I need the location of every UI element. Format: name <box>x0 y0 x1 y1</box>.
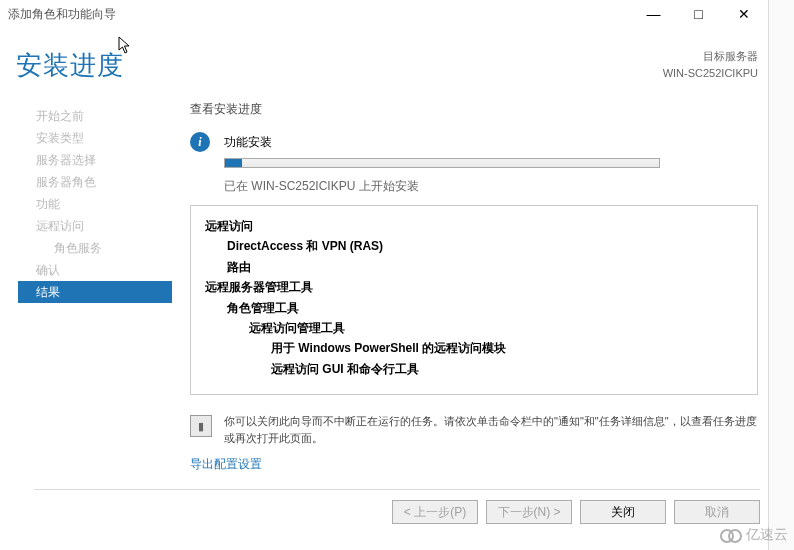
sidebar-item-role-services: 角色服务 <box>36 237 172 259</box>
flag-icon: ▮ <box>190 415 212 437</box>
target-name: WIN-SC252ICIKPU <box>663 65 758 82</box>
close-button[interactable]: ✕ <box>721 0 766 28</box>
main: 开始之前 安装类型 服务器选择 服务器角色 功能 远程访问 角色服务 确认 结果… <box>0 83 794 473</box>
sub-status: 已在 WIN-SC252ICIKPU 上开始安装 <box>224 178 758 195</box>
window-title: 添加角色和功能向导 <box>8 6 631 23</box>
details-box: 远程访问 DirectAccess 和 VPN (RAS) 路由 远程服务器管理… <box>190 205 758 395</box>
maximize-button[interactable]: □ <box>676 0 721 28</box>
detail-gui-cli-tools: 远程访问 GUI 和命令行工具 <box>271 362 419 376</box>
detail-remote-access-admin-tools: 远程访问管理工具 <box>249 321 345 335</box>
cancel-button: 取消 <box>674 500 760 524</box>
prev-button: < 上一步(P) <box>392 500 478 524</box>
sidebar-item-server-roles: 服务器角色 <box>36 171 172 193</box>
sidebar-item-features: 功能 <box>36 193 172 215</box>
detail-routing: 路由 <box>227 260 251 274</box>
close-wizard-button[interactable]: 关闭 <box>580 500 666 524</box>
note-text: 你可以关闭此向导而不中断正在运行的任务。请依次单击命令栏中的"通知"和"任务详细… <box>224 413 758 446</box>
progress-fill <box>225 159 242 167</box>
status-text: 功能安装 <box>224 134 272 151</box>
watermark-text: 亿速云 <box>746 526 788 544</box>
detail-role-admin-tools: 角色管理工具 <box>227 301 299 315</box>
sidebar-item-remote-access: 远程访问 <box>36 215 172 237</box>
view-label: 查看安装进度 <box>190 101 758 118</box>
content: 查看安装进度 i 功能安装 已在 WIN-SC252ICIKPU 上开始安装 远… <box>172 101 794 473</box>
progress-bar <box>224 158 660 168</box>
sidebar: 开始之前 安装类型 服务器选择 服务器角色 功能 远程访问 角色服务 确认 结果 <box>0 101 172 473</box>
detail-remote-access: 远程访问 <box>205 219 253 233</box>
note-row: ▮ 你可以关闭此向导而不中断正在运行的任务。请依次单击命令栏中的"通知"和"任务… <box>190 413 758 446</box>
window-controls: — □ ✕ <box>631 0 766 28</box>
detail-powershell-module: 用于 Windows PowerShell 的远程访问模块 <box>271 341 506 355</box>
page-title: 安装进度 <box>16 48 124 83</box>
sidebar-item-results: 结果 <box>18 281 172 303</box>
sidebar-item-before-start: 开始之前 <box>36 105 172 127</box>
info-icon: i <box>190 132 210 152</box>
header: 安装进度 目标服务器 WIN-SC252ICIKPU <box>0 28 794 83</box>
watermark-logo-icon <box>720 528 742 542</box>
sidebar-item-confirmation: 确认 <box>36 259 172 281</box>
titlebar: 添加角色和功能向导 — □ ✕ <box>0 0 794 28</box>
minimize-button[interactable]: — <box>631 0 676 28</box>
watermark: 亿速云 <box>720 526 788 544</box>
button-row: < 上一步(P) 下一步(N) > 关闭 取消 <box>0 490 794 524</box>
sidebar-item-server-select: 服务器选择 <box>36 149 172 171</box>
detail-remote-admin-tools: 远程服务器管理工具 <box>205 280 313 294</box>
detail-directaccess-vpn: DirectAccess 和 VPN (RAS) <box>227 239 383 253</box>
export-config-link[interactable]: 导出配置设置 <box>190 456 262 473</box>
target-info: 目标服务器 WIN-SC252ICIKPU <box>663 48 758 81</box>
next-button: 下一步(N) > <box>486 500 572 524</box>
status-row: i 功能安装 <box>190 132 758 152</box>
sidebar-item-install-type: 安装类型 <box>36 127 172 149</box>
target-label: 目标服务器 <box>663 48 758 65</box>
